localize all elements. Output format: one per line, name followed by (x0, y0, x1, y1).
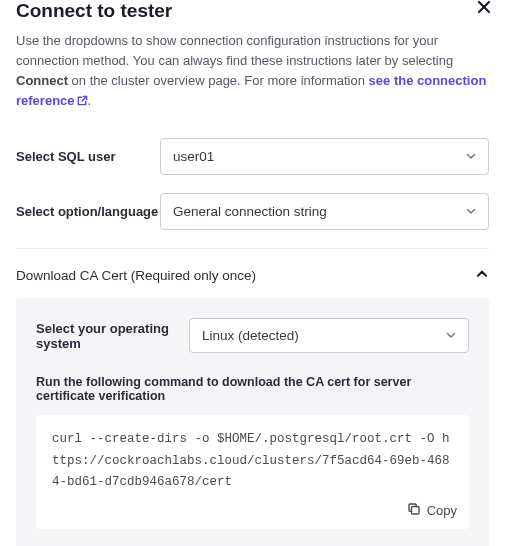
page-title: Connect to tester (16, 0, 172, 23)
os-select[interactable]: Linux (detected) (189, 318, 469, 353)
svg-line-2 (82, 97, 86, 101)
copy-label: Copy (427, 503, 457, 518)
os-value: Linux (detected) (202, 328, 299, 343)
close-button[interactable] (477, 0, 491, 14)
sql-user-label: Select SQL user (16, 149, 160, 164)
ca-cert-accordion-title: Download CA Cert (Required only once) (16, 268, 256, 283)
run-command-label: Run the following command to download th… (36, 375, 469, 403)
command-text: curl --create-dirs -o $HOME/.postgresql/… (52, 429, 453, 493)
description-text: Use the dropdowns to show connection con… (16, 31, 489, 113)
os-label: Select your operating system (36, 321, 189, 351)
copy-button[interactable]: Copy (407, 502, 457, 519)
chevron-up-icon (475, 267, 489, 284)
copy-icon (407, 502, 421, 519)
sql-user-select[interactable]: user01 (160, 138, 489, 175)
option-language-value: General connection string (173, 204, 327, 219)
option-language-label: Select option/language (16, 204, 160, 219)
svg-rect-3 (411, 507, 419, 515)
ca-cert-accordion-header[interactable]: Download CA Cert (Required only once) (16, 249, 489, 298)
option-language-select[interactable]: General connection string (160, 193, 489, 230)
close-icon (477, 0, 491, 14)
sql-user-value: user01 (173, 149, 214, 164)
ca-cert-panel: Select your operating system Linux (dete… (16, 298, 489, 546)
code-block: curl --create-dirs -o $HOME/.postgresql/… (36, 415, 469, 529)
external-link-icon (77, 92, 88, 112)
